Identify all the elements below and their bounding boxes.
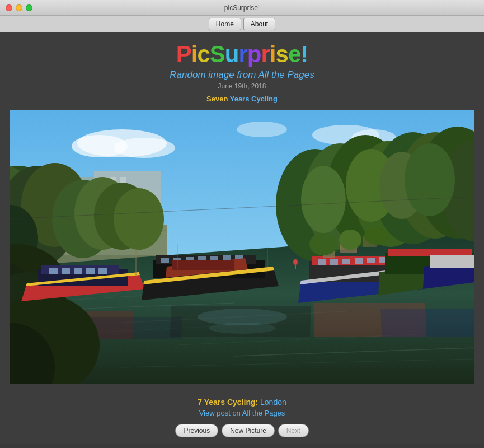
logo-letter: ! — [300, 41, 308, 67]
source-prefix: Seven — [206, 95, 228, 103]
next-button[interactable]: Next — [278, 424, 309, 437]
svg-rect-83 — [98, 268, 107, 274]
logo-letter: p — [247, 41, 261, 67]
logo-letter: P — [176, 41, 191, 67]
source-anchor[interactable]: Seven Years Cycling — [206, 95, 278, 103]
source-rest: Years Cycling — [228, 95, 278, 103]
main-image-container — [10, 110, 474, 384]
logo-letter: r — [238, 41, 247, 67]
svg-rect-105 — [367, 258, 375, 263]
svg-rect-79 — [49, 268, 58, 274]
svg-rect-94 — [223, 255, 231, 260]
svg-rect-16 — [120, 177, 126, 183]
bottom-section: 7 Years Cycling: London View post on All… — [0, 390, 484, 444]
svg-rect-80 — [62, 268, 70, 274]
svg-rect-112 — [430, 255, 474, 268]
caption-container: 7 Years Cycling: London — [198, 398, 286, 407]
caption-link[interactable]: London — [260, 398, 286, 407]
logo-letter: i — [191, 41, 198, 67]
navbar: Home About — [0, 16, 484, 32]
previous-button[interactable]: Previous — [175, 424, 218, 437]
logo-letter: e — [288, 41, 300, 67]
svg-point-6 — [237, 122, 287, 137]
logo-letter: r — [261, 41, 269, 67]
svg-point-72 — [301, 166, 346, 233]
date-display: June 19th, 2018 — [218, 82, 266, 90]
caption-bold: 7 Years Cycling: — [198, 398, 260, 407]
minimize-button[interactable] — [16, 4, 22, 11]
svg-point-121 — [309, 233, 337, 255]
source-link[interactable]: Seven Years Cycling — [206, 95, 278, 103]
svg-rect-49 — [380, 309, 474, 337]
about-nav-button[interactable]: About — [243, 18, 275, 30]
svg-rect-104 — [355, 258, 363, 264]
logo-letter: S — [210, 41, 225, 67]
close-button[interactable] — [6, 4, 12, 11]
svg-point-123 — [364, 227, 389, 245]
svg-point-3 — [114, 138, 175, 158]
svg-rect-81 — [74, 268, 82, 274]
svg-rect-102 — [330, 259, 338, 265]
svg-rect-101 — [318, 259, 326, 265]
svg-rect-89 — [161, 258, 169, 263]
titlebar-buttons — [6, 4, 32, 11]
main-content: PicSurprise! Random image from All the P… — [0, 32, 484, 390]
window-title: picSurprise! — [224, 4, 260, 12]
logo-letter: i — [270, 41, 276, 67]
site-logo: PicSurprise! — [176, 43, 308, 66]
view-post-link[interactable]: View post on All the Pages — [199, 409, 285, 417]
titlebar: picSurprise! — [0, 0, 484, 16]
logo-letter: s — [276, 41, 288, 67]
pagination-buttons: Previous New Picture Next — [175, 424, 308, 437]
svg-point-125 — [209, 323, 276, 334]
home-nav-button[interactable]: Home — [209, 18, 241, 30]
svg-rect-97 — [172, 260, 234, 270]
new-picture-button[interactable]: New Picture — [222, 424, 275, 437]
page-subtitle: Random image from All the Pages — [170, 69, 314, 81]
svg-rect-103 — [342, 259, 350, 264]
svg-rect-82 — [86, 268, 95, 274]
logo-letter: u — [225, 41, 239, 67]
maximize-button[interactable] — [26, 4, 32, 11]
svg-point-75 — [405, 143, 455, 216]
svg-point-122 — [339, 230, 361, 250]
logo-letter: c — [197, 41, 209, 67]
svg-point-116 — [293, 259, 298, 265]
svg-rect-110 — [388, 249, 472, 256]
svg-point-63 — [114, 188, 164, 250]
